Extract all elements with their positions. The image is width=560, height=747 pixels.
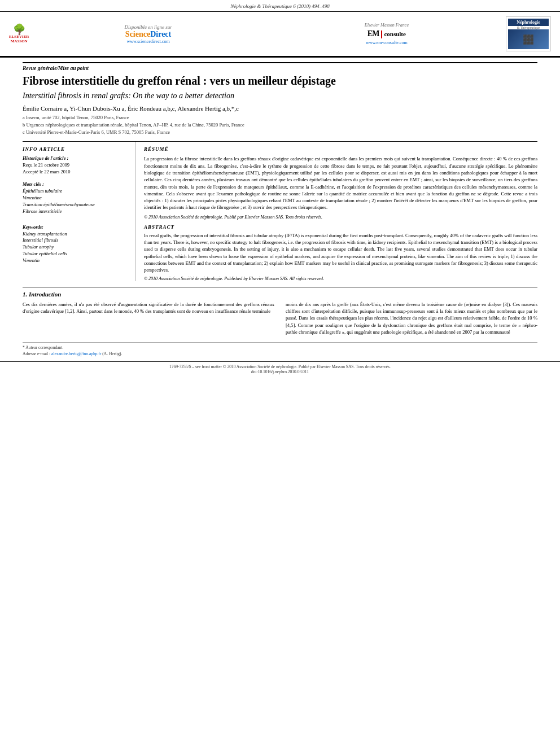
email-note: (A. Hertig). bbox=[102, 351, 122, 356]
info-resume-section: INFO ARTICLE Historique de l'article : R… bbox=[23, 141, 537, 281]
info-article-header: INFO ARTICLE bbox=[23, 146, 126, 152]
article-content: Revue générale/Mise au point Fibrose int… bbox=[0, 58, 560, 357]
resume-text: La progression de la fibrose interstitie… bbox=[144, 155, 537, 211]
intro-right-text: moins de dix ans après la greffe (aux Ét… bbox=[286, 301, 537, 336]
em-text: EM bbox=[368, 29, 379, 38]
article-title-fr: Fibrose interstitielle du greffon rénal … bbox=[23, 73, 537, 88]
em-logo: EM consulte bbox=[279, 29, 495, 39]
abstract-header: ABSTRACT bbox=[144, 224, 537, 230]
elsevier-tree-icon: 🌳 bbox=[9, 24, 29, 34]
consulte-text: consulte bbox=[384, 30, 406, 37]
intro-number: 1. bbox=[23, 291, 27, 298]
abstract-copyright: © 2010 Association Société de néphrologi… bbox=[144, 276, 537, 281]
keyword-1: Kidney transplantation bbox=[23, 231, 126, 238]
affiliations: a Inserm, unité 702, hôpital Tenon, 7502… bbox=[23, 114, 537, 136]
keywords-title: Keywords: bbox=[23, 224, 126, 230]
footnote-section: * Auteur correspondant. Adresse e-mail :… bbox=[23, 342, 537, 357]
info-article-col: INFO ARTICLE Historique de l'article : R… bbox=[23, 142, 135, 281]
footer-doi: doi:10.1016/j.nephro.2010.03.011 bbox=[23, 369, 537, 374]
keyword-2: Interstitial fibrosis bbox=[23, 237, 126, 244]
intro-heading: Introduction bbox=[29, 291, 61, 298]
direct-text: Direct bbox=[150, 30, 171, 38]
mot-cle-2: Vimentine bbox=[23, 195, 126, 202]
resume-header: RÉSUMÉ bbox=[144, 146, 537, 152]
em-consulte-block: Elsevier Masson France EM consulte www.e… bbox=[268, 23, 506, 46]
em-url: www.em-consulte.com bbox=[279, 40, 495, 45]
sd-url: www.sciencedirect.com bbox=[40, 39, 256, 44]
resume-copyright: © 2010 Association Société de néphrologi… bbox=[144, 215, 537, 220]
authors-text: Émilie Cornaire a, Yi-Chun Dubois-Xu a, … bbox=[23, 105, 239, 112]
journal-header: Néphrologie & Thérapeutique 6 (2010) 494… bbox=[0, 0, 560, 12]
section-tag: Revue générale/Mise au point bbox=[23, 62, 537, 71]
introduction-section: 1. Introduction Ces dix dernières années… bbox=[23, 287, 537, 336]
elsevier-masson-text: Elsevier Masson France bbox=[279, 23, 495, 28]
mot-cle-4: Fibrose interstitielle bbox=[23, 208, 126, 215]
abstract-text: In renal grafts, the progression of inte… bbox=[144, 232, 537, 274]
em-bar-icon bbox=[381, 30, 382, 38]
article-title-en: Interstitial fibrosis in renal grafts: O… bbox=[23, 91, 537, 101]
mot-cle-1: Épithélium tubulaire bbox=[23, 188, 126, 195]
journal-citation: Néphrologie & Thérapeutique 6 (2010) 494… bbox=[230, 3, 329, 9]
email-link[interactable]: alexandre.hertig@tnn.aphp.fr bbox=[51, 351, 101, 356]
journal-logo-title: Néphrologie bbox=[508, 19, 549, 26]
keyword-4: Tubular epithelial cells bbox=[23, 251, 126, 257]
elsevier-name: ELSEVIER bbox=[9, 34, 29, 39]
resume-abstract-col: RÉSUMÉ La progression de la fibrose inte… bbox=[135, 142, 537, 281]
sciencedirect-block: Disponible en ligne sur ScienceDirect ww… bbox=[29, 24, 267, 44]
affiliation-c: c Université Pierre-et-Marie-Curie-Paris… bbox=[23, 129, 537, 136]
intro-left-text: Ces dix dernières années, il n'a pas été… bbox=[23, 301, 274, 315]
intro-right-col: moins de dix ans après la greffe (aux Ét… bbox=[286, 301, 537, 336]
page-footer: 1769-7255/$ – see front matter © 2010 As… bbox=[0, 361, 560, 377]
affiliation-a: a Inserm, unité 702, hôpital Tenon, 7502… bbox=[23, 114, 537, 121]
authors: Émilie Cornaire a, Yi-Chun Dubois-Xu a, … bbox=[23, 105, 537, 112]
keyword-3: Tubular atrophy bbox=[23, 244, 126, 251]
intro-left-col: Ces dix dernières années, il n'a pas été… bbox=[23, 301, 274, 336]
recu-text: Reçu le 21 octobre 2009 bbox=[23, 162, 126, 169]
publisher-banner: 🌳 ELSEVIER MASSON Disponible en ligne su… bbox=[0, 12, 560, 58]
footnote-star: * Auteur correspondant. bbox=[23, 345, 537, 351]
intro-two-col: Ces dix dernières années, il n'a pas été… bbox=[23, 301, 537, 336]
affiliation-b: b Urgences néphrologiques et transplanta… bbox=[23, 121, 537, 129]
mots-cles-title: Mots clés : bbox=[23, 181, 126, 187]
footnote-email: Adresse e-mail : alexandre.hertig@tnn.ap… bbox=[23, 351, 537, 357]
science-text: Science bbox=[125, 30, 150, 38]
intro-title: 1. Introduction bbox=[23, 291, 537, 298]
page: Néphrologie & Thérapeutique 6 (2010) 494… bbox=[0, 0, 560, 747]
email-label: Adresse e-mail : bbox=[23, 351, 50, 356]
disponible-text: Disponible en ligne sur bbox=[40, 24, 256, 30]
footer-issn: 1769-7255/$ – see front matter © 2010 As… bbox=[23, 364, 537, 369]
masson-name: MASSON bbox=[9, 39, 29, 43]
sciencedirect-logo: ScienceDirect bbox=[40, 30, 256, 39]
mot-cle-3: Transition épithéliomésenchymateuse bbox=[23, 202, 126, 208]
elsevier-logo-block: 🌳 ELSEVIER MASSON bbox=[9, 24, 29, 43]
journal-logo-block: Néphrologie & Thérapeutique ⬛⬛⬛⬛⬛⬛⬛⬛⬛ bbox=[506, 16, 551, 51]
keyword-5: Vimentin bbox=[23, 257, 126, 264]
accepte-text: Accepté le 22 mars 2010 bbox=[23, 169, 126, 176]
journal-logo-image: ⬛⬛⬛⬛⬛⬛⬛⬛⬛ bbox=[508, 29, 549, 49]
historique-title: Historique de l'article : bbox=[23, 155, 126, 161]
